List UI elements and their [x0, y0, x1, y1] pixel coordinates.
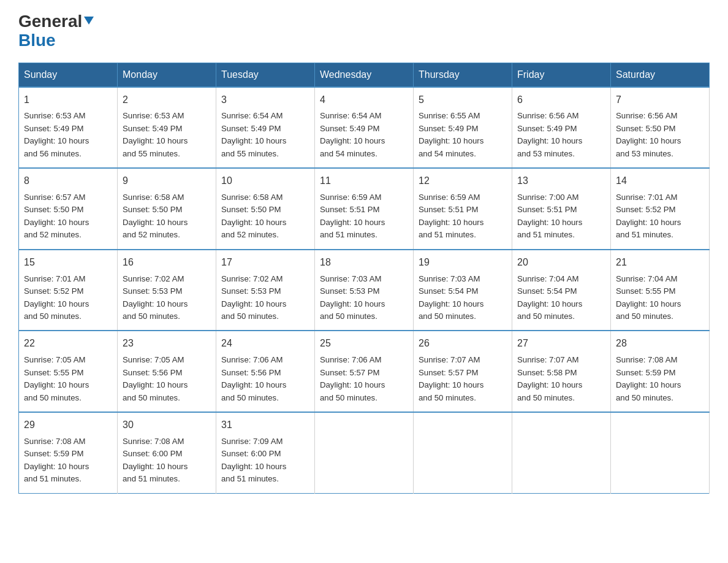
day-info: Sunrise: 6:54 AMSunset: 5:49 PMDaylight:…: [320, 110, 408, 160]
calendar-cell: 6Sunrise: 6:56 AMSunset: 5:49 PMDaylight…: [512, 87, 611, 169]
day-number: 26: [419, 336, 507, 351]
day-number: 29: [24, 418, 112, 433]
day-info: Sunrise: 6:57 AMSunset: 5:50 PMDaylight:…: [24, 191, 112, 242]
header-sunday: Sunday: [19, 63, 118, 87]
day-number: 27: [517, 336, 605, 351]
header-wednesday: Wednesday: [315, 63, 414, 87]
calendar-header-row: SundayMondayTuesdayWednesdayThursdayFrid…: [19, 63, 710, 87]
day-info: Sunrise: 6:59 AMSunset: 5:51 PMDaylight:…: [320, 191, 408, 242]
calendar-cell: 29Sunrise: 7:08 AMSunset: 5:59 PMDayligh…: [19, 412, 118, 493]
calendar-cell: 4Sunrise: 6:54 AMSunset: 5:49 PMDaylight…: [315, 87, 414, 169]
calendar-week-row: 15Sunrise: 7:01 AMSunset: 5:52 PMDayligh…: [19, 250, 710, 331]
day-number: 5: [419, 93, 507, 108]
day-info: Sunrise: 7:07 AMSunset: 5:58 PMDaylight:…: [517, 354, 605, 404]
day-info: Sunrise: 7:08 AMSunset: 5:59 PMDaylight:…: [24, 435, 112, 486]
day-number: 22: [24, 336, 112, 351]
day-number: 13: [517, 174, 605, 189]
calendar-cell: 19Sunrise: 7:03 AMSunset: 5:54 PMDayligh…: [414, 250, 512, 331]
logo-triangle-icon: [84, 17, 94, 25]
calendar-cell: 12Sunrise: 6:59 AMSunset: 5:51 PMDayligh…: [414, 168, 512, 250]
calendar-cell: [512, 412, 611, 493]
header-friday: Friday: [512, 63, 611, 87]
calendar-cell: 13Sunrise: 7:00 AMSunset: 5:51 PMDayligh…: [512, 168, 611, 250]
calendar-cell: 30Sunrise: 7:08 AMSunset: 6:00 PMDayligh…: [118, 412, 216, 493]
day-info: Sunrise: 7:05 AMSunset: 5:55 PMDaylight:…: [24, 354, 112, 404]
day-number: 18: [320, 255, 408, 270]
logo-general: General: [18, 12, 94, 31]
day-number: 7: [616, 93, 704, 108]
calendar-cell: 20Sunrise: 7:04 AMSunset: 5:54 PMDayligh…: [512, 250, 611, 331]
calendar-cell: 14Sunrise: 7:01 AMSunset: 5:52 PMDayligh…: [611, 168, 710, 250]
day-number: 20: [517, 255, 605, 270]
day-info: Sunrise: 7:05 AMSunset: 5:56 PMDaylight:…: [123, 354, 211, 404]
day-number: 11: [320, 174, 408, 189]
day-info: Sunrise: 7:03 AMSunset: 5:53 PMDaylight:…: [320, 273, 408, 323]
header-tuesday: Tuesday: [216, 63, 315, 87]
day-info: Sunrise: 7:01 AMSunset: 5:52 PMDaylight:…: [24, 273, 112, 323]
day-info: Sunrise: 7:02 AMSunset: 5:53 PMDaylight:…: [221, 273, 309, 323]
day-info: Sunrise: 6:55 AMSunset: 5:49 PMDaylight:…: [419, 110, 507, 160]
calendar-week-row: 22Sunrise: 7:05 AMSunset: 5:55 PMDayligh…: [19, 331, 710, 412]
day-number: 23: [123, 336, 211, 351]
day-info: Sunrise: 7:08 AMSunset: 5:59 PMDaylight:…: [616, 354, 704, 404]
calendar-table: SundayMondayTuesdayWednesdayThursdayFrid…: [18, 63, 710, 494]
day-info: Sunrise: 7:01 AMSunset: 5:52 PMDaylight:…: [616, 191, 704, 242]
calendar-cell: 10Sunrise: 6:58 AMSunset: 5:50 PMDayligh…: [216, 168, 315, 250]
day-number: 16: [123, 255, 211, 270]
calendar-week-row: 8Sunrise: 6:57 AMSunset: 5:50 PMDaylight…: [19, 168, 710, 250]
day-info: Sunrise: 6:53 AMSunset: 5:49 PMDaylight:…: [123, 110, 211, 160]
day-info: Sunrise: 7:02 AMSunset: 5:53 PMDaylight:…: [123, 273, 211, 323]
day-number: 2: [123, 93, 211, 108]
day-info: Sunrise: 6:58 AMSunset: 5:50 PMDaylight:…: [221, 191, 309, 242]
calendar-cell: [611, 412, 710, 493]
calendar-cell: 21Sunrise: 7:04 AMSunset: 5:55 PMDayligh…: [611, 250, 710, 331]
calendar-cell: 31Sunrise: 7:09 AMSunset: 6:00 PMDayligh…: [216, 412, 315, 493]
day-number: 9: [123, 174, 211, 189]
calendar-cell: 24Sunrise: 7:06 AMSunset: 5:56 PMDayligh…: [216, 331, 315, 412]
calendar-week-row: 1Sunrise: 6:53 AMSunset: 5:49 PMDaylight…: [19, 87, 710, 169]
calendar-cell: 15Sunrise: 7:01 AMSunset: 5:52 PMDayligh…: [19, 250, 118, 331]
day-info: Sunrise: 6:58 AMSunset: 5:50 PMDaylight:…: [123, 191, 211, 242]
calendar-cell: 7Sunrise: 6:56 AMSunset: 5:50 PMDaylight…: [611, 87, 710, 169]
day-number: 1: [24, 93, 112, 108]
day-info: Sunrise: 7:04 AMSunset: 5:54 PMDaylight:…: [517, 273, 605, 323]
day-number: 14: [616, 174, 704, 189]
day-info: Sunrise: 7:09 AMSunset: 6:00 PMDaylight:…: [221, 435, 309, 486]
day-info: Sunrise: 6:54 AMSunset: 5:49 PMDaylight:…: [221, 110, 309, 160]
day-number: 30: [123, 418, 211, 433]
day-number: 31: [221, 418, 309, 433]
day-number: 24: [221, 336, 309, 351]
calendar-cell: 2Sunrise: 6:53 AMSunset: 5:49 PMDaylight…: [118, 87, 216, 169]
day-info: Sunrise: 6:56 AMSunset: 5:49 PMDaylight:…: [517, 110, 605, 160]
calendar-cell: [414, 412, 512, 493]
calendar-cell: [315, 412, 414, 493]
calendar-cell: 27Sunrise: 7:07 AMSunset: 5:58 PMDayligh…: [512, 331, 611, 412]
day-info: Sunrise: 6:59 AMSunset: 5:51 PMDaylight:…: [419, 191, 507, 242]
calendar-cell: 28Sunrise: 7:08 AMSunset: 5:59 PMDayligh…: [611, 331, 710, 412]
day-info: Sunrise: 7:04 AMSunset: 5:55 PMDaylight:…: [616, 273, 704, 323]
header-thursday: Thursday: [414, 63, 512, 87]
calendar-cell: 11Sunrise: 6:59 AMSunset: 5:51 PMDayligh…: [315, 168, 414, 250]
calendar-week-row: 29Sunrise: 7:08 AMSunset: 5:59 PMDayligh…: [19, 412, 710, 493]
day-number: 8: [24, 174, 112, 189]
calendar-cell: 17Sunrise: 7:02 AMSunset: 5:53 PMDayligh…: [216, 250, 315, 331]
calendar-cell: 8Sunrise: 6:57 AMSunset: 5:50 PMDaylight…: [19, 168, 118, 250]
day-number: 28: [616, 336, 704, 351]
day-number: 17: [221, 255, 309, 270]
calendar-cell: 3Sunrise: 6:54 AMSunset: 5:49 PMDaylight…: [216, 87, 315, 169]
calendar-cell: 23Sunrise: 7:05 AMSunset: 5:56 PMDayligh…: [118, 331, 216, 412]
calendar-cell: 1Sunrise: 6:53 AMSunset: 5:49 PMDaylight…: [19, 87, 118, 169]
day-number: 6: [517, 93, 605, 108]
day-number: 10: [221, 174, 309, 189]
calendar-cell: 18Sunrise: 7:03 AMSunset: 5:53 PMDayligh…: [315, 250, 414, 331]
day-number: 15: [24, 255, 112, 270]
day-info: Sunrise: 6:53 AMSunset: 5:49 PMDaylight:…: [24, 110, 112, 160]
header-monday: Monday: [118, 63, 216, 87]
page-header: General Blue: [18, 12, 710, 50]
header-saturday: Saturday: [611, 63, 710, 87]
day-info: Sunrise: 7:07 AMSunset: 5:57 PMDaylight:…: [419, 354, 507, 404]
day-number: 3: [221, 93, 309, 108]
logo-blue: Blue: [18, 31, 56, 50]
day-number: 19: [419, 255, 507, 270]
calendar-cell: 9Sunrise: 6:58 AMSunset: 5:50 PMDaylight…: [118, 168, 216, 250]
